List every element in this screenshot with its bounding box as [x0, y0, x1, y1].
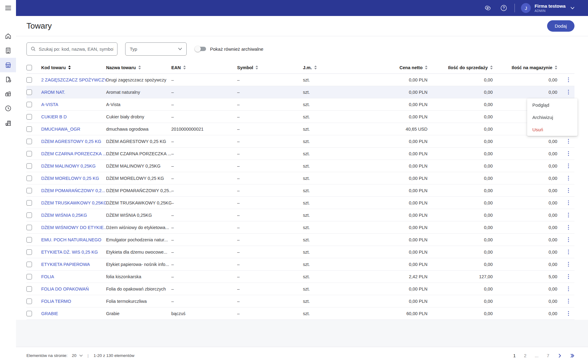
hamburger-menu-icon[interactable]	[0, 0, 16, 16]
column-header-code[interactable]: Kod towaru	[41, 65, 106, 70]
kebab-menu-icon[interactable]	[567, 285, 570, 293]
product-code-link[interactable]: CUKIER B D	[41, 114, 67, 119]
product-code-link[interactable]: DŻEM MORELOWY 0,25 KG	[41, 176, 99, 181]
row-checkbox[interactable]	[26, 249, 32, 255]
row-checkbox[interactable]	[26, 139, 32, 144]
next-page-icon[interactable]	[558, 354, 562, 358]
product-code-link[interactable]: DŻEM MALINOWY 0,25KG	[41, 164, 96, 168]
sort-down-arrow	[256, 68, 258, 69]
sidebar-item-products[interactable]	[0, 58, 16, 72]
row-checkbox[interactable]	[26, 102, 32, 107]
row-actions-cell	[557, 138, 574, 145]
column-header-price[interactable]: Cena netto	[348, 65, 427, 70]
kebab-menu-icon[interactable]	[567, 248, 570, 256]
row-checkbox[interactable]	[26, 225, 32, 230]
product-code-link[interactable]: DŻEM TRUSKAWKOWY 0,25KG	[41, 200, 106, 205]
help-icon[interactable]	[500, 4, 508, 12]
row-checkbox-cell	[26, 212, 41, 218]
kebab-menu-icon[interactable]	[567, 273, 570, 280]
product-code-link[interactable]: EMU. POCH NATURALNEGO	[41, 237, 101, 242]
cell-symbol: –	[237, 102, 303, 107]
row-checkbox[interactable]	[26, 286, 32, 292]
product-code-link[interactable]: A-VISTA	[41, 102, 58, 107]
kebab-menu-icon[interactable]	[567, 212, 570, 219]
row-checkbox[interactable]	[26, 274, 32, 279]
product-code-link[interactable]: ETYKIETA PAPIEROWA	[41, 262, 90, 267]
cell-price: 2,42 PLN	[348, 274, 427, 279]
kebab-menu-icon[interactable]	[567, 76, 570, 84]
context-menu-item-podgląd[interactable]: Podgląd	[527, 99, 578, 111]
row-checkbox[interactable]	[26, 77, 32, 83]
cell-qty-stock: 0,00	[493, 139, 557, 144]
product-code-link[interactable]: DŻEM AGRESTOWY 0,25 KG	[41, 139, 101, 144]
kebab-menu-icon[interactable]	[567, 224, 570, 231]
row-checkbox[interactable]	[26, 151, 32, 156]
avatar[interactable]: J	[521, 3, 531, 13]
product-code-link[interactable]: DŻEM WIŚNIOWY DO ETYKIE...	[41, 225, 106, 230]
search-input[interactable]	[39, 46, 113, 52]
sidebar-item-home[interactable]	[0, 29, 16, 43]
kebab-menu-icon[interactable]	[567, 162, 570, 170]
archive-toggle[interactable]	[196, 47, 206, 51]
context-menu-item-usuń[interactable]: Usuń	[527, 123, 578, 136]
sidebar-item-documents[interactable]	[0, 72, 16, 87]
kebab-menu-icon[interactable]	[567, 199, 570, 207]
sidebar-item-company[interactable]	[0, 43, 16, 58]
product-code-link[interactable]: FOLIA DO OPAKOWAŃ	[41, 287, 89, 291]
row-checkbox[interactable]	[26, 200, 32, 206]
row-checkbox[interactable]	[26, 114, 32, 120]
kebab-menu-icon[interactable]	[567, 236, 570, 243]
add-button[interactable]: Dodaj	[547, 20, 574, 32]
product-code-link[interactable]: DŻEM CZARNA PORZECZKA ...	[41, 151, 106, 156]
page-number-1[interactable]: 1	[513, 353, 516, 358]
column-header-qty_sale[interactable]: Ilość do sprzedaży	[427, 65, 493, 70]
sidebar-item-payments[interactable]	[0, 87, 16, 101]
kebab-menu-icon[interactable]	[567, 298, 570, 305]
last-page-icon[interactable]	[570, 354, 574, 358]
kebab-menu-icon[interactable]	[567, 89, 570, 96]
product-code-link[interactable]: ETYKIETA DŻ. WIS 0,25 KG	[41, 250, 98, 255]
row-checkbox[interactable]	[26, 126, 32, 132]
product-code-link[interactable]: DMUCHAWA_OGR	[41, 127, 80, 132]
kebab-menu-icon[interactable]	[567, 261, 570, 268]
row-checkbox[interactable]	[26, 262, 32, 267]
kebab-menu-icon[interactable]	[567, 138, 570, 145]
page-number-7[interactable]: 7	[547, 353, 549, 358]
row-checkbox[interactable]	[26, 188, 32, 193]
kebab-menu-icon[interactable]	[567, 187, 570, 194]
sidebar-item-branches[interactable]	[0, 116, 16, 130]
product-code-link[interactable]: FOLIA TERMO	[41, 299, 71, 304]
row-checkbox[interactable]	[26, 163, 32, 169]
select-all-checkbox[interactable]	[26, 65, 32, 70]
product-code-link[interactable]: GRABIE	[41, 311, 58, 316]
product-code-link[interactable]: FOLIA	[41, 274, 54, 279]
account-chevron-down-icon[interactable]	[570, 7, 574, 10]
product-code-link[interactable]: DŻEM WIŚNIA 0,25KG	[41, 213, 87, 218]
row-checkbox[interactable]	[26, 212, 32, 218]
row-checkbox[interactable]	[26, 176, 32, 181]
type-dropdown[interactable]: Typ	[125, 42, 187, 56]
kebab-menu-icon[interactable]	[567, 150, 570, 157]
product-code-link[interactable]: DŻEM POMARAŃCZOWY 0,2...	[41, 188, 105, 193]
row-checkbox[interactable]	[26, 237, 32, 243]
product-code-link[interactable]: 2 ZAGĘSZCZACZ SPOŻYWCZY	[41, 77, 106, 82]
kebab-menu-icon[interactable]	[567, 310, 570, 317]
context-menu-item-archiwizuj[interactable]: Archiwizuj	[527, 111, 578, 123]
integrations-icon[interactable]	[484, 4, 492, 12]
column-header-unit[interactable]: J.m.	[303, 65, 348, 70]
page-header: Towary Dodaj	[16, 16, 588, 36]
kebab-menu-icon[interactable]	[567, 175, 570, 182]
column-header-qty_stock[interactable]: Ilość na magazynie	[493, 65, 557, 70]
row-checkbox[interactable]	[26, 299, 32, 304]
page-number-2[interactable]: 2	[524, 353, 526, 358]
product-code-link[interactable]: AROM NAT.	[41, 90, 65, 95]
column-header-ean[interactable]: EAN	[171, 65, 237, 70]
row-checkbox[interactable]	[26, 89, 32, 95]
row-checkbox[interactable]	[26, 311, 32, 316]
cell-symbol: –	[237, 213, 303, 218]
per-page-select[interactable]: 20	[72, 353, 83, 358]
sidebar-item-history[interactable]	[0, 101, 16, 116]
column-header-name[interactable]: Nazwa towaru	[106, 65, 171, 70]
column-header-symbol[interactable]: Symbol	[237, 65, 303, 70]
sort-up-arrow	[138, 65, 141, 67]
